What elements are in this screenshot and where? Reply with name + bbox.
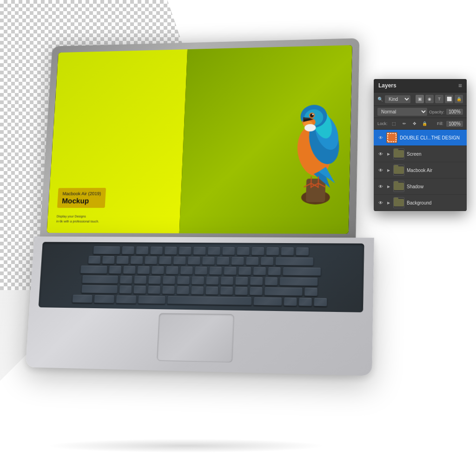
key-r (151, 266, 165, 274)
key-j (205, 276, 219, 285)
macbook-screen-outer: Macbook Air (2019) Mockup Display your D… (40, 38, 360, 238)
key-f12 (280, 247, 294, 256)
key-1 (102, 256, 115, 264)
filter-smart-icon[interactable]: 🔒 (455, 95, 463, 103)
layer-name-screen: Screen (407, 152, 463, 157)
layer-item-shadow[interactable]: 👁 ▶ Shadow (374, 178, 467, 195)
layers-search-row: 🔍 Kind Name Effect ▣ ◉ T ⬜ 🔒 (374, 93, 467, 106)
layer-name-shadow: Shadow (407, 184, 463, 189)
eye-icon-background[interactable]: 👁 (377, 199, 384, 206)
key-2 (116, 256, 129, 264)
key-arrow-left (283, 297, 297, 306)
layers-menu-icon[interactable]: ≡ (458, 82, 462, 89)
fill-label: Fill: (437, 121, 443, 126)
layer-name-background: Background (407, 200, 463, 205)
key-minus (245, 257, 259, 265)
key-power (295, 247, 309, 256)
macbook-screen-inner: Macbook Air (2019) Mockup Display your D… (46, 45, 352, 234)
key-tab (80, 265, 107, 273)
layer-thumb-background (393, 197, 404, 208)
mockup-model-title: Macbook Air (2019) (62, 191, 101, 197)
key-p (238, 266, 251, 275)
lock-move-icon[interactable]: ✥ (411, 120, 418, 127)
key-period (234, 286, 248, 295)
key-equals (260, 257, 273, 265)
key-caps (82, 275, 119, 284)
fill-value[interactable]: 100% (446, 121, 463, 127)
mockup-description: Display your Designs in 6k with a profes… (56, 214, 171, 224)
key-f10 (251, 247, 264, 255)
key-b (176, 286, 190, 295)
opacity-value[interactable]: 100% (446, 109, 463, 115)
eye-icon-macbook-air[interactable]: 👁 (377, 167, 384, 173)
svg-rect-1 (306, 178, 325, 202)
layer-item-double-click[interactable]: 👁 DOUBLE CLI...THE DESIGN (374, 130, 467, 146)
macbook-mockup: Macbook Air (2019) Mockup Display your D… (13, 38, 390, 396)
key-f8 (222, 246, 235, 255)
key-t (165, 266, 179, 274)
key-f7 (207, 246, 220, 255)
eye-icon-double-click[interactable]: 👁 (377, 134, 384, 141)
keyboard (39, 242, 364, 312)
expand-icon-screen[interactable]: ▶ (386, 152, 391, 156)
key-8 (202, 256, 215, 264)
key-d (148, 276, 161, 284)
filter-adjust-icon[interactable]: ◉ (425, 95, 434, 103)
bird-illustration (277, 50, 352, 217)
key-arrow-up (304, 287, 318, 296)
key-3 (130, 256, 143, 264)
eye-icon-shadow[interactable]: 👁 (377, 183, 384, 190)
filter-pixel-icon[interactable]: ▣ (416, 95, 424, 103)
key-k (220, 276, 234, 285)
expand-icon-macbook-air[interactable]: ▶ (386, 168, 391, 172)
key-enter (279, 277, 318, 286)
key-f (162, 276, 176, 284)
blend-mode-dropdown[interactable]: Normal Multiply Screen Overlay (377, 108, 427, 116)
key-cmd-r (253, 297, 282, 305)
key-v (162, 285, 175, 294)
key-x (133, 285, 146, 294)
key-slash (249, 287, 263, 296)
macbook-keyboard-area (26, 237, 374, 376)
key-option (115, 295, 136, 304)
key-ctrl (93, 295, 114, 304)
key-o (223, 266, 237, 275)
key-m (205, 286, 218, 295)
kind-dropdown[interactable]: Kind Name Effect (385, 95, 410, 103)
screen-left-panel: Macbook Air (2019) Mockup Display your D… (46, 49, 187, 233)
lock-all-icon[interactable]: 🔒 (421, 120, 429, 127)
screen-content: Macbook Air (2019) Mockup Display your D… (46, 45, 352, 234)
key-f2 (135, 246, 148, 254)
layer-item-background[interactable]: 👁 ▶ Background (374, 195, 467, 211)
filter-shape-icon[interactable]: ⬜ (445, 95, 453, 103)
layer-item-macbook-air[interactable]: 👁 ▶ Macbook Air (374, 162, 467, 178)
svg-rect-26 (387, 132, 397, 143)
layer-item-screen[interactable]: 👁 ▶ Screen (374, 146, 467, 162)
expand-icon-shadow[interactable]: ▶ (386, 184, 391, 189)
key-backspace (275, 257, 313, 265)
key-semicolon (250, 277, 263, 285)
trackpad[interactable] (157, 313, 234, 363)
screen-right-panel (179, 45, 352, 234)
key-backslash (282, 267, 321, 276)
key-e (137, 265, 150, 274)
layer-thumb-screen (393, 148, 404, 159)
filter-text-icon[interactable]: T (435, 95, 443, 103)
key-z (119, 285, 132, 294)
keyboard-row-fn (46, 245, 360, 256)
key-lbracket (252, 267, 266, 276)
key-cmd-l (138, 295, 166, 304)
lock-checkerboard-icon[interactable]: ⬚ (390, 120, 398, 127)
filter-icons-group: ▣ ◉ T ⬜ 🔒 (416, 95, 463, 103)
lock-draw-icon[interactable]: ✏ (401, 120, 408, 127)
key-5 (159, 256, 172, 264)
eye-icon-screen[interactable]: 👁 (377, 151, 384, 157)
key-arrow-down (298, 298, 312, 306)
key-h (191, 276, 205, 285)
mockup-label-box: Macbook Air (2019) Mockup (57, 188, 106, 208)
expand-icon-background[interactable]: ▶ (386, 200, 391, 205)
key-fn (72, 294, 93, 303)
key-4 (144, 256, 158, 264)
layers-panel-title: Layers (378, 82, 397, 89)
key-6 (172, 256, 186, 264)
